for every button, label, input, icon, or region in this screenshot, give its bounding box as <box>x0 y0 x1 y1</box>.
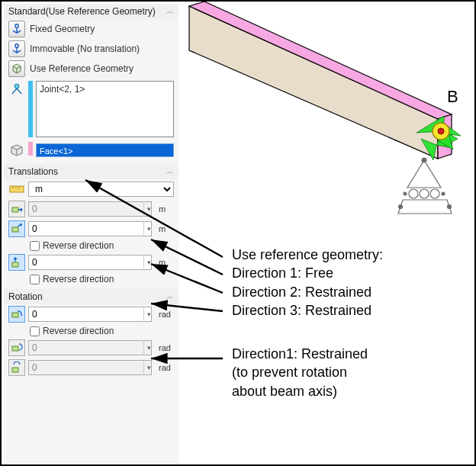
chevron-up-icon: ︿ <box>166 6 174 17</box>
option-use-reference[interactable]: Use Reference Geometry <box>4 59 178 79</box>
reverse-d3-row[interactable]: Reverse direction <box>4 272 178 286</box>
rotation-d3-row: ▾ rad <box>4 358 178 378</box>
joint-listbox[interactable]: Joint<2, 1> <box>36 81 174 137</box>
label-b: B <box>447 87 458 107</box>
anchor-icon <box>8 40 25 57</box>
annotation-block-1: Use reference geometry: Direction 1: Fre… <box>232 246 383 320</box>
cube-icon <box>8 60 25 77</box>
rotation-3-icon[interactable] <box>8 359 25 376</box>
svg-rect-15 <box>12 346 18 351</box>
face-icon <box>8 142 25 159</box>
unit-label: m <box>159 258 174 267</box>
unit-label: m <box>159 224 174 233</box>
svg-rect-13 <box>12 262 18 267</box>
svg-rect-16 <box>12 368 18 372</box>
svg-point-31 <box>404 192 407 195</box>
svg-line-6 <box>17 88 21 94</box>
section-header-rotation[interactable]: Rotation ︿ <box>4 289 178 304</box>
annotation-line: Direction 3: Restrained <box>232 301 383 320</box>
svg-marker-17 <box>189 6 438 159</box>
direction-2-icon[interactable] <box>8 220 25 237</box>
annotation-line: Direction1: Restrained <box>232 345 368 363</box>
joint-selection-row: Joint<2, 1> <box>4 79 178 140</box>
reverse-d2-row[interactable]: Reverse direction <box>4 239 178 252</box>
translation-d1-input[interactable] <box>28 201 152 217</box>
section-title: Rotation <box>8 291 43 302</box>
rotation-1-icon[interactable] <box>8 306 25 323</box>
translation-d2-row: ▾ m <box>4 219 178 239</box>
option-immovable[interactable]: Immovable (No translation) <box>4 39 178 59</box>
section-header-standard[interactable]: Standard(Use Reference Geometry) ︿ <box>4 4 178 19</box>
reverse-checkbox[interactable] <box>30 275 40 284</box>
anchor-icon <box>8 21 25 37</box>
svg-rect-7 <box>10 186 24 192</box>
svg-point-24 <box>438 128 444 134</box>
unit-label: m <box>159 204 174 214</box>
option-fixed-geometry[interactable]: Fixed Geometry <box>4 19 178 39</box>
annotation-line: (to prevent rotation <box>232 363 368 381</box>
svg-rect-12 <box>12 227 18 232</box>
translation-d2-input[interactable] <box>28 221 152 236</box>
section-title: Translations <box>8 166 58 177</box>
svg-point-28 <box>422 158 426 162</box>
chevron-up-icon: ︿ <box>166 291 174 302</box>
rotation-2-icon[interactable] <box>8 339 25 356</box>
svg-point-2 <box>15 44 18 47</box>
direction-1-icon[interactable] <box>8 201 25 217</box>
reverse-checkbox[interactable] <box>30 241 40 251</box>
section-title: Standard(Use Reference Geometry) <box>8 6 156 17</box>
chevron-up-icon: ︿ <box>166 166 174 177</box>
rotation-d2-input[interactable] <box>28 340 152 355</box>
svg-line-5 <box>12 88 17 94</box>
face-selection[interactable]: Face<1> <box>36 143 174 157</box>
checkbox-label: Reverse direction <box>43 240 114 251</box>
unit-row: m <box>4 179 178 199</box>
property-panel: Standard(Use Reference Geometry) ︿ Fixed… <box>4 4 179 465</box>
annotation-line: Direction 2: Restrained <box>232 283 383 301</box>
checkbox-label: Reverse direction <box>43 274 114 284</box>
svg-rect-14 <box>12 313 18 317</box>
direction-3-icon[interactable] <box>8 254 25 271</box>
option-label: Fixed Geometry <box>30 24 95 34</box>
selection-bar-icon <box>28 142 33 156</box>
reverse-checkbox[interactable] <box>30 326 40 336</box>
annotation-line: Direction 1: Free <box>232 264 383 282</box>
listbox-item[interactable]: Joint<2, 1> <box>40 84 85 95</box>
svg-point-30 <box>448 205 452 209</box>
svg-rect-11 <box>12 207 18 212</box>
svg-point-29 <box>399 205 403 209</box>
joint-icon <box>8 81 25 98</box>
reverse-r1-row[interactable]: Reverse direction <box>4 324 178 338</box>
unit-label: rad <box>159 363 174 372</box>
annotation-line: Use reference geometry: <box>232 246 383 264</box>
rotation-d2-row: ▾ rad <box>4 338 178 358</box>
svg-point-4 <box>14 84 19 88</box>
svg-point-32 <box>442 192 445 195</box>
ruler-icon <box>8 183 25 195</box>
annotation-line: about beam axis) <box>232 382 368 400</box>
rotation-d1-row: ▾ rad <box>4 304 178 324</box>
svg-point-25 <box>409 189 418 198</box>
svg-point-27 <box>430 189 439 198</box>
selected-text: Face<1> <box>40 146 72 156</box>
3d-viewport[interactable]: B Use reference geometry: Direction 1: F… <box>178 2 474 464</box>
translation-d1-row: ▾ m <box>4 199 178 219</box>
annotation-block-2: Direction1: Restrained (to prevent rotat… <box>232 345 368 400</box>
option-label: Immovable (No translation) <box>30 43 140 54</box>
option-label: Use Reference Geometry <box>30 63 133 74</box>
checkbox-label: Reverse direction <box>43 326 114 336</box>
face-selection-row: Face<1> <box>4 140 178 161</box>
rotation-d3-input[interactable] <box>28 360 152 375</box>
translation-d3-input[interactable] <box>28 255 152 270</box>
svg-point-26 <box>420 189 429 198</box>
unit-label: rad <box>159 310 174 319</box>
translation-d3-row: ▾ m <box>4 252 178 272</box>
selection-bar-icon <box>28 81 33 137</box>
rotation-d1-input[interactable] <box>28 307 152 322</box>
svg-point-0 <box>15 24 18 27</box>
unit-select[interactable]: m <box>28 182 174 197</box>
unit-label: rad <box>159 343 174 352</box>
section-header-translations[interactable]: Translations ︿ <box>4 164 178 179</box>
